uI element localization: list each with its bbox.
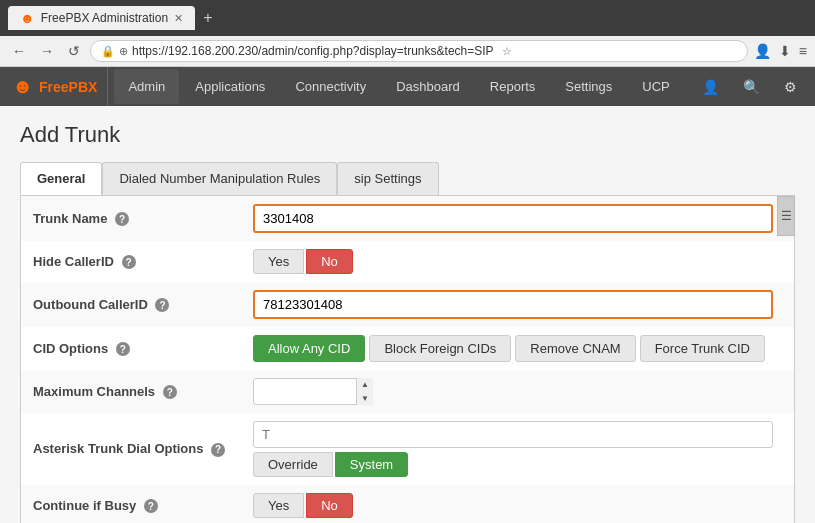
continue-busy-no[interactable]: No <box>306 493 353 518</box>
continue-busy-help[interactable]: ? <box>144 499 158 513</box>
hide-callerid-label: Hide CallerID ? <box>21 241 241 282</box>
max-channels-cell: ▲ ▼ <box>241 370 794 413</box>
dial-options-input[interactable] <box>253 421 773 448</box>
menu-button[interactable]: ≡ <box>799 43 807 59</box>
dial-options-cell: Override System <box>241 413 794 485</box>
trunk-name-cell <box>241 196 794 241</box>
spin-up[interactable]: ▲ <box>357 378 373 392</box>
browser-chrome: ☻ FreePBX Administration ✕ + <box>0 0 815 36</box>
main-content: Add Trunk General Dialed Number Manipula… <box>0 106 815 523</box>
trunk-name-row: Trunk Name ? <box>21 196 794 241</box>
browser-tab[interactable]: ☻ FreePBX Administration ✕ <box>8 6 195 30</box>
continue-busy-label: Continue if Busy ? <box>21 485 241 523</box>
form-table: Trunk Name ? Hide CallerID ? <box>21 196 794 523</box>
continue-busy-yes[interactable]: Yes <box>253 493 304 518</box>
max-channels-wrapper: ▲ ▼ <box>253 378 373 405</box>
cid-remove-cnam[interactable]: Remove CNAM <box>515 335 635 362</box>
tab-title: FreePBX Administration <box>41 11 168 25</box>
freepbx-favicon: ☻ <box>20 10 35 26</box>
hide-callerid-help[interactable]: ? <box>122 255 136 269</box>
cid-allow-any[interactable]: Allow Any CID <box>253 335 365 362</box>
address-bar[interactable]: 🔒 ⊕ https://192.168.200.230/admin/config… <box>90 40 748 62</box>
nav-admin[interactable]: Admin <box>114 69 179 104</box>
reload-button[interactable]: ↺ <box>64 41 84 61</box>
continue-busy-row: Continue if Busy ? Yes No <box>21 485 794 523</box>
page-title: Add Trunk <box>20 122 795 148</box>
trunk-name-input-wrapper <box>253 204 773 233</box>
form-area: Trunk Name ? Hide CallerID ? <box>20 195 795 523</box>
system-btn[interactable]: System <box>335 452 408 477</box>
download-button[interactable]: ⬇ <box>779 43 791 59</box>
tab-general[interactable]: General <box>20 162 102 195</box>
new-tab-button[interactable]: + <box>203 9 212 27</box>
hide-callerid-yes[interactable]: Yes <box>253 249 304 274</box>
hide-callerid-row: Hide CallerID ? Yes No <box>21 241 794 282</box>
override-btn[interactable]: Override <box>253 452 333 477</box>
logo-icon: ☻ <box>12 75 33 98</box>
outbound-callerid-input[interactable] <box>253 290 773 319</box>
nav-right-icons: 👤 🔍 ⚙ <box>692 71 807 103</box>
account-button[interactable]: 👤 <box>754 43 771 59</box>
dial-options-label: Asterisk Trunk Dial Options ? <box>21 413 241 485</box>
hide-callerid-no[interactable]: No <box>306 249 353 274</box>
max-channels-input[interactable] <box>253 378 373 405</box>
continue-busy-toggle: Yes No <box>253 493 782 518</box>
url-text: https://192.168.200.230/admin/config.php… <box>132 44 494 58</box>
sidebar-handle[interactable]: ☰ <box>777 196 795 236</box>
max-channels-row: Maximum Channels ? ▲ ▼ <box>21 370 794 413</box>
nav-applications[interactable]: Applications <box>181 69 279 104</box>
nav-gear-btn[interactable]: ⚙ <box>774 71 807 103</box>
cid-options-row: CID Options ? Allow Any CID Block Foreig… <box>21 327 794 370</box>
forward-button[interactable]: → <box>36 41 58 61</box>
spin-down[interactable]: ▼ <box>357 392 373 406</box>
tab-sip-settings[interactable]: sip Settings <box>337 162 438 195</box>
max-channels-help[interactable]: ? <box>163 385 177 399</box>
address-prefix: ⊕ <box>119 45 128 58</box>
tab-dnmr[interactable]: Dialed Number Manipulation Rules <box>102 162 337 195</box>
nav-user-icon-btn[interactable]: 👤 <box>692 71 729 103</box>
nav-settings[interactable]: Settings <box>551 69 626 104</box>
address-bar-row: ← → ↺ 🔒 ⊕ https://192.168.200.230/admin/… <box>0 36 815 67</box>
outbound-callerid-row: Outbound CallerID ? <box>21 282 794 327</box>
browser-icons: 👤 ⬇ ≡ <box>754 43 807 59</box>
cid-options-cell: Allow Any CID Block Foreign CIDs Remove … <box>241 327 794 370</box>
cid-options-group: Allow Any CID Block Foreign CIDs Remove … <box>253 335 782 362</box>
trunk-name-input[interactable] <box>253 204 773 233</box>
lock-icon: 🔒 <box>101 45 115 58</box>
outbound-callerid-cell <box>241 282 794 327</box>
outbound-callerid-input-wrapper <box>253 290 782 319</box>
nav-connectivity[interactable]: Connectivity <box>281 69 380 104</box>
nav-ucp[interactable]: UCP <box>628 69 683 104</box>
freepbx-logo: ☻ FreePBX <box>8 67 108 106</box>
spinner: ▲ ▼ <box>356 378 373 405</box>
nav-dashboard[interactable]: Dashboard <box>382 69 474 104</box>
cid-block-foreign[interactable]: Block Foreign CIDs <box>369 335 511 362</box>
outbound-callerid-label: Outbound CallerID ? <box>21 282 241 327</box>
dial-options-area: Override System <box>253 421 773 477</box>
back-button[interactable]: ← <box>8 41 30 61</box>
hide-callerid-cell: Yes No <box>241 241 794 282</box>
star-icon[interactable]: ☆ <box>502 45 512 58</box>
override-group: Override System <box>253 452 773 477</box>
top-navigation: ☻ FreePBX Admin Applications Connectivit… <box>0 67 815 106</box>
tab-close-btn[interactable]: ✕ <box>174 12 183 25</box>
cid-force-trunk[interactable]: Force Trunk CID <box>640 335 765 362</box>
nav-search-btn[interactable]: 🔍 <box>733 71 770 103</box>
cid-options-help[interactable]: ? <box>116 342 130 356</box>
trunk-name-label: Trunk Name ? <box>21 196 241 241</box>
continue-busy-cell: Yes No <box>241 485 794 523</box>
cid-options-label: CID Options ? <box>21 327 241 370</box>
max-channels-label: Maximum Channels ? <box>21 370 241 413</box>
trunk-name-help[interactable]: ? <box>115 212 129 226</box>
dial-options-row: Asterisk Trunk Dial Options ? Override S… <box>21 413 794 485</box>
form-outer: Trunk Name ? Hide CallerID ? <box>20 195 795 523</box>
nav-reports[interactable]: Reports <box>476 69 550 104</box>
hide-callerid-toggle: Yes No <box>253 249 782 274</box>
tab-bar: General Dialed Number Manipulation Rules… <box>20 162 795 195</box>
logo-text: FreePBX <box>39 79 97 95</box>
outbound-callerid-help[interactable]: ? <box>155 298 169 312</box>
dial-options-help[interactable]: ? <box>211 443 225 457</box>
